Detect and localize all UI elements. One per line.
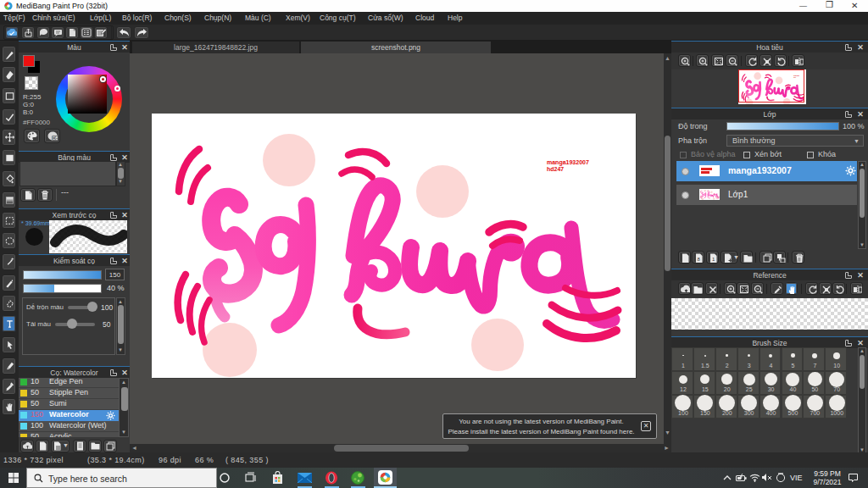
- svg-text:manga1932007: manga1932007: [547, 159, 589, 166]
- svg-text:DB: DB: [53, 136, 58, 141]
- svg-text:hd247: hd247: [547, 166, 564, 172]
